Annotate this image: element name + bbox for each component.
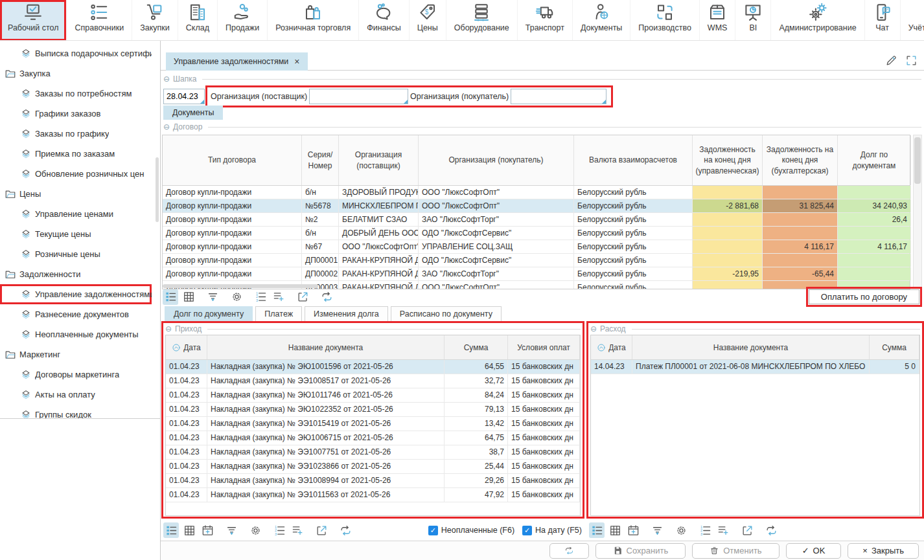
list-view-icon[interactable] <box>589 522 605 538</box>
numbered-list-icon[interactable] <box>271 522 287 538</box>
sidebar-item-unpaid-documents[interactable]: Неоплаченные документы <box>0 324 152 344</box>
fullscreen-icon[interactable] <box>905 54 918 67</box>
tab-payment[interactable]: Платеж <box>255 306 302 321</box>
sidebar-item-payment-acts[interactable]: Акты на оплату <box>0 385 152 405</box>
calendar-icon[interactable] <box>200 522 215 538</box>
column-header[interactable]: Организация (покупатель) <box>419 135 574 185</box>
reload-icon[interactable] <box>338 522 353 538</box>
collapse-icon[interactable]: ⊖ <box>163 122 170 131</box>
save-button[interactable]: Сохранить <box>595 543 686 559</box>
list-view-icon[interactable] <box>163 289 178 305</box>
sidebar-folder-debts[interactable]: Задолженности <box>0 264 152 284</box>
nav-prices[interactable]: Цены <box>410 0 446 41</box>
sidebar-folder-marketing[interactable]: Маркетинг <box>0 344 152 364</box>
sidebar-item-price-management[interactable]: Управление ценами <box>0 204 152 224</box>
nav-transport[interactable]: Транспорт <box>518 0 573 41</box>
nav-account[interactable]: Учётная запис <box>901 0 924 41</box>
contract-table-row[interactable]: Договор купли-продажи №67 ООО "ЛюксСофтО… <box>163 240 910 254</box>
export-icon[interactable] <box>739 522 755 538</box>
tab-allocated-by-document[interactable]: Расписано по документу <box>391 306 502 321</box>
column-header[interactable]: Условия оплат <box>508 335 580 359</box>
Накладная (закупка) № ЭЭ1015419 от 2021-05-26[interactable]: 01.04.23 Накладная (закупка) № ЭЭ1015419… <box>166 417 580 431</box>
reload-icon[interactable] <box>319 289 334 305</box>
add-row-icon[interactable] <box>290 522 305 538</box>
contract-table-row[interactable]: Договор купли-продажи б/н ЗДОРОВЫЙ ПРОДУ… <box>163 186 910 199</box>
grid-view-icon[interactable] <box>181 289 196 305</box>
checkbox-unpaid[interactable]: ✓ Неоплаченные (F6) <box>428 526 514 535</box>
filter-icon[interactable] <box>224 522 239 538</box>
contract-table-vscrollbar[interactable] <box>913 135 922 287</box>
sidebar-item-document-allocation[interactable]: Разнесение документов <box>0 304 152 324</box>
supplier-org-input[interactable] <box>312 92 405 101</box>
collapse-icon[interactable]: ⊖ <box>163 74 170 84</box>
nav-equipment[interactable]: Оборудование <box>446 0 518 41</box>
column-header[interactable]: Задолженность на конец дня (бухгалтерска… <box>763 135 838 185</box>
Накладная (закупка) № ЭЭ1011563 от 2021-05-26[interactable]: 01.04.23 Накладная (закупка) № ЭЭ1011563… <box>166 488 580 502</box>
checkbox-on-date[interactable]: ✓ На дату (F5) <box>522 526 582 535</box>
nav-sales[interactable]: Продажи <box>218 0 268 41</box>
Платеж ПЛ00001 от 2021-06-08 МИНСКХЛЕБПРОМ ПО ХЛЕБО[interactable]: 14.04.23 Платеж ПЛ00001 от 2021-06-08 МИ… <box>591 360 919 374</box>
numbered-list-icon[interactable] <box>253 289 268 305</box>
buyer-org-input[interactable] <box>514 92 603 101</box>
sidebar-item-orders-by-schedule[interactable]: Заказы по графику <box>0 124 152 144</box>
column-header[interactable]: Название документа <box>632 335 870 359</box>
nav-chat[interactable]: Чат <box>865 0 901 41</box>
calendar-icon[interactable] <box>625 522 641 538</box>
column-header[interactable]: Сумма <box>870 335 919 359</box>
column-header[interactable]: Название документа <box>207 335 445 359</box>
contract-table-row[interactable]: Договор купли-продажи №5678 МИНСКХЛЕБПРО… <box>163 199 910 213</box>
refresh-button[interactable] <box>549 543 589 559</box>
tab-debt-management-document[interactable]: Управление задолженностями × <box>166 52 308 71</box>
date-field[interactable] <box>163 89 205 104</box>
collapse-icon[interactable]: ⊖ <box>165 324 172 333</box>
tab-debt-changes[interactable]: Изменения долга <box>305 306 388 321</box>
contract-table-row[interactable]: Договор купли-продажи №2 БЕЛАТМИТ СЗАО З… <box>163 213 910 227</box>
nav-production[interactable]: Производство <box>630 0 700 41</box>
sidebar-folder-prices[interactable]: Цены <box>0 184 152 204</box>
nav-warehouse[interactable]: Склад <box>178 0 218 41</box>
Накладная (закупка) № ЭЮ1011746 от 2021-05-26[interactable]: 01.04.23 Накладная (закупка) № ЭЮ1011746… <box>166 388 580 403</box>
column-header[interactable]: Организация (поставщик) <box>339 135 419 185</box>
supplier-org-field[interactable] <box>309 89 408 104</box>
Накладная (закупка) № ЭЭ1008517 от 2021-05-26[interactable]: 01.04.23 Накладная (закупка) № ЭЭ1008517… <box>166 374 580 388</box>
sidebar-item-marketing-contracts[interactable]: Договоры маркетинга <box>0 364 152 385</box>
pay-by-contract-button[interactable]: Оплатить по договору <box>809 289 919 304</box>
export-icon[interactable] <box>295 289 310 305</box>
Накладная (закупка) № ЭЮ1022352 от 2021-05-26[interactable]: 01.04.23 Накладная (закупка) № ЭЮ1022352… <box>166 403 580 417</box>
nav-documents[interactable]: Документы <box>573 0 630 41</box>
sidebar-item-retail-prices[interactable]: Розничные цены <box>0 244 152 264</box>
gear-icon[interactable] <box>673 522 689 538</box>
nav-desktop[interactable]: Рабочий стол <box>0 0 67 41</box>
contract-table-row[interactable]: Договор купли-продажи ДП00002 РАКАН-КРУП… <box>163 267 910 281</box>
sidebar-item-receiving-by-orders[interactable]: Приемка по заказам <box>0 144 152 164</box>
checkbox-check-icon[interactable]: ✓ <box>428 526 438 535</box>
sidebar-item-groups[interactable]: Группы скидок <box>0 405 152 419</box>
column-header[interactable]: Тип договора <box>163 135 302 185</box>
reload-icon[interactable] <box>763 522 779 538</box>
sidebar-item-debt-management[interactable]: Управление задолженностями <box>0 284 152 304</box>
tab-debt-by-document[interactable]: Долг по документу <box>165 306 253 321</box>
buyer-org-field[interactable] <box>511 89 606 104</box>
nav-purchases[interactable]: Закупки <box>132 0 178 41</box>
grid-view-icon[interactable] <box>607 522 623 538</box>
list-view-icon[interactable] <box>163 522 179 538</box>
numbered-list-icon[interactable] <box>697 522 713 538</box>
sidebar-item-orders-by-needs[interactable]: Заказы по потребностям <box>0 84 152 104</box>
cancel-button[interactable]: Отменить <box>692 543 779 559</box>
filter-icon[interactable] <box>205 289 220 305</box>
edit-icon[interactable] <box>885 54 897 67</box>
sidebar-scrollbar[interactable] <box>156 157 159 222</box>
sidebar-item-retail-price-update[interactable]: Обновление розничных цен <box>0 164 152 184</box>
collapse-icon[interactable]: ⊖ <box>590 324 597 333</box>
Накладная (закупка) № ЭЭ1007751 от 2021-05-26[interactable]: 01.04.23 Накладная (закупка) № ЭЭ1007751… <box>166 445 580 460</box>
contract-table-row[interactable]: Договор купли-продажи ДП00001 РАКАН-КРУП… <box>163 254 910 267</box>
column-header[interactable]: Долг по документам <box>838 135 911 185</box>
ok-button[interactable]: ✓ OK <box>786 543 842 559</box>
add-row-icon[interactable] <box>271 289 286 305</box>
nav-finance[interactable]: Финансы <box>359 0 409 41</box>
column-header[interactable]: Сумма <box>445 335 508 359</box>
Накладная (закупка) № ЭЭ1008994 от 2021-05-26[interactable]: 01.04.23 Накладная (закупка) № ЭЭ1008994… <box>166 474 580 488</box>
gear-icon[interactable] <box>229 289 244 305</box>
contract-table-row[interactable]: Договор купли-продажи б/н ДОБРЫЙ ДЕНЬ ОО… <box>163 227 910 240</box>
export-icon[interactable] <box>314 522 329 538</box>
